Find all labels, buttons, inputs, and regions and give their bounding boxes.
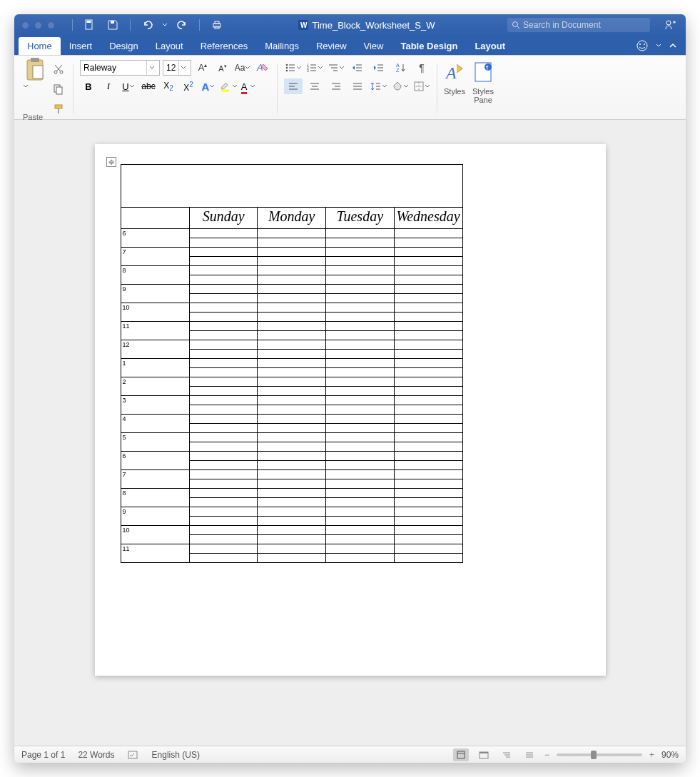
numbering-icon[interactable]: 123 <box>305 60 324 76</box>
time-slot[interactable] <box>258 396 326 405</box>
time-slot[interactable] <box>258 405 326 415</box>
time-slot[interactable] <box>190 461 258 470</box>
time-slot[interactable] <box>190 424 258 433</box>
time-slot[interactable] <box>394 377 462 387</box>
time-slot[interactable] <box>190 479 258 489</box>
time-slot[interactable] <box>258 294 326 303</box>
time-slot[interactable] <box>394 257 462 266</box>
zoom-out-icon[interactable]: − <box>544 750 549 760</box>
show-marks-icon[interactable]: ¶ <box>412 60 431 76</box>
time-slot[interactable] <box>394 331 462 340</box>
time-slot[interactable] <box>325 257 394 266</box>
font-color-icon[interactable]: A <box>240 78 257 94</box>
time-slot[interactable] <box>325 238 394 248</box>
time-slot[interactable] <box>190 405 258 415</box>
time-slot[interactable] <box>190 442 258 452</box>
paste-button[interactable] <box>23 56 47 113</box>
time-slot[interactable] <box>325 405 394 415</box>
hour-cell[interactable]: 9 <box>121 285 190 303</box>
time-slot[interactable] <box>325 396 394 405</box>
print-icon[interactable] <box>208 17 225 33</box>
time-slot[interactable] <box>394 517 462 526</box>
time-slot[interactable] <box>190 350 258 359</box>
feedback-icon[interactable] <box>636 39 649 52</box>
time-slot[interactable] <box>258 489 326 498</box>
time-slot[interactable] <box>394 498 462 507</box>
time-slot[interactable] <box>190 396 258 405</box>
line-spacing-icon[interactable] <box>370 78 388 94</box>
time-slot[interactable] <box>325 248 394 257</box>
hour-cell[interactable]: 6 <box>121 452 190 470</box>
dropdown-icon[interactable] <box>23 84 47 113</box>
time-slot[interactable] <box>394 303 462 313</box>
time-slot[interactable] <box>190 313 258 322</box>
highlight-icon[interactable] <box>220 78 237 94</box>
borders-icon[interactable] <box>412 78 431 94</box>
time-slot[interactable] <box>190 248 258 257</box>
time-slot[interactable] <box>190 303 258 313</box>
hour-cell[interactable]: 8 <box>121 489 190 507</box>
time-slot[interactable] <box>325 229 394 238</box>
time-slot[interactable] <box>190 377 258 387</box>
time-slot[interactable] <box>325 285 394 294</box>
time-slot[interactable] <box>190 544 258 554</box>
page[interactable]: ✥ SundayMondayTuesdayWednesday6789101112… <box>95 144 606 676</box>
dropdown-icon[interactable] <box>162 22 168 28</box>
web-layout-view-icon[interactable] <box>476 748 492 761</box>
shrink-font-icon[interactable]: A▾ <box>214 60 231 76</box>
time-slot[interactable] <box>394 396 462 405</box>
quick-styles-button[interactable]: A Styles <box>444 60 465 96</box>
zoom-level[interactable]: 90% <box>661 750 679 760</box>
tab-references[interactable]: References <box>192 37 256 55</box>
hour-cell[interactable]: 12 <box>121 340 190 359</box>
time-slot[interactable] <box>325 517 394 526</box>
clear-format-icon[interactable]: A <box>254 60 271 76</box>
autosave-icon[interactable] <box>81 17 98 33</box>
zoom-in-icon[interactable]: + <box>649 750 654 760</box>
hour-cell[interactable]: 5 <box>121 433 190 452</box>
time-slot[interactable] <box>190 331 258 340</box>
time-slot[interactable] <box>258 257 326 266</box>
time-slot[interactable] <box>325 424 394 433</box>
time-slot[interactable] <box>258 229 326 238</box>
time-slot[interactable] <box>190 238 258 248</box>
grow-font-icon[interactable]: A▴ <box>194 60 211 76</box>
time-slot[interactable] <box>258 368 326 377</box>
align-left-icon[interactable] <box>284 78 303 94</box>
time-slot[interactable] <box>258 461 326 470</box>
time-slot[interactable] <box>325 322 394 331</box>
time-slot[interactable] <box>394 507 462 517</box>
time-slot[interactable] <box>190 470 258 479</box>
day-header[interactable]: Tuesday <box>325 208 394 229</box>
time-slot[interactable] <box>258 498 326 507</box>
time-slot[interactable] <box>258 377 326 387</box>
time-slot[interactable] <box>325 526 394 535</box>
multilevel-list-icon[interactable] <box>327 60 345 76</box>
time-slot[interactable] <box>325 266 394 275</box>
time-slot[interactable] <box>394 535 462 544</box>
time-slot[interactable] <box>325 461 394 470</box>
tab-layout-context[interactable]: Layout <box>466 37 514 55</box>
outline-view-icon[interactable] <box>499 748 514 761</box>
tab-home[interactable]: Home <box>19 37 61 55</box>
time-slot[interactable] <box>325 507 394 517</box>
text-effects-icon[interactable]: A <box>200 78 217 94</box>
time-slot[interactable] <box>258 359 326 368</box>
time-slot[interactable] <box>325 294 394 303</box>
cut-icon[interactable] <box>50 61 67 77</box>
time-slot[interactable] <box>258 322 326 331</box>
hour-cell[interactable]: 3 <box>121 396 190 415</box>
worksheet-table[interactable]: SundayMondayTuesdayWednesday678910111212… <box>121 164 463 563</box>
time-slot[interactable] <box>190 498 258 507</box>
time-slot[interactable] <box>325 554 394 563</box>
superscript-icon[interactable]: X2 <box>180 78 197 94</box>
time-slot[interactable] <box>190 554 258 563</box>
time-slot[interactable] <box>325 368 394 377</box>
time-slot[interactable] <box>394 424 462 433</box>
time-slot[interactable] <box>325 303 394 313</box>
hour-cell[interactable]: 10 <box>121 303 190 322</box>
time-slot[interactable] <box>190 257 258 266</box>
time-slot[interactable] <box>394 387 462 396</box>
underline-icon[interactable]: U <box>120 78 137 94</box>
table-title-cell[interactable] <box>121 165 462 208</box>
